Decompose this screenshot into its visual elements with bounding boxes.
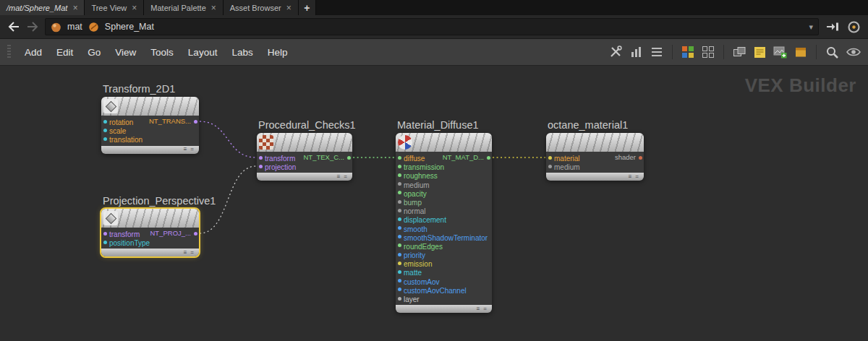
node-body[interactable]: diffuseNT_MAT_D...transmissionroughnessm… [396, 133, 492, 313]
node-body[interactable]: rotationNT_TRANS...scaletranslation ≡ = [101, 97, 199, 154]
tab-material-palette[interactable]: Material Palette × [144, 0, 223, 15]
list-details-icon[interactable] [650, 47, 663, 57]
input-connector[interactable] [398, 209, 401, 212]
node-body[interactable]: transformNT_TEX_C...projection ≡ = [257, 133, 352, 181]
forward-button[interactable] [26, 22, 39, 32]
back-button[interactable] [7, 22, 20, 32]
node-header[interactable] [101, 209, 199, 228]
input-connector[interactable] [398, 288, 401, 291]
node-Projection_Perspective1[interactable]: Projection_Perspective1 transformNT_PROJ… [101, 209, 199, 256]
close-icon[interactable]: × [132, 4, 137, 12]
node-footer[interactable]: ≡ = [101, 249, 199, 256]
breadcrumb-mat[interactable]: mat [66, 22, 84, 32]
node-flag-icon[interactable]: ≡ [184, 147, 187, 152]
input-connector[interactable] [398, 156, 401, 160]
menu-go[interactable]: Go [80, 43, 108, 61]
menu-help[interactable]: Help [260, 43, 295, 61]
node-flag-icon[interactable]: ≡ [477, 306, 480, 312]
node-flag-icon[interactable]: = [344, 174, 347, 180]
menu-add[interactable]: Add [17, 43, 49, 61]
menu-view[interactable]: View [108, 43, 143, 61]
input-connector[interactable] [398, 182, 401, 186]
visibility-eye-icon[interactable] [846, 47, 861, 57]
menu-layout[interactable]: Layout [181, 43, 225, 61]
node-body[interactable]: transformNT_PROJ_...positionType ≡ = [101, 209, 199, 256]
node-header[interactable] [396, 133, 492, 152]
radial-menu-icon[interactable] [847, 20, 861, 34]
node-flag-icon[interactable]: = [635, 174, 639, 180]
input-connector[interactable] [398, 191, 401, 194]
breadcrumb-sphere-mat[interactable]: Sphere_Mat [103, 22, 156, 32]
node-flag-icon[interactable]: ≡ [184, 250, 187, 256]
tools-icon[interactable] [609, 46, 623, 59]
input-connector[interactable] [103, 129, 107, 132]
snapshot-add-icon[interactable] [773, 46, 787, 59]
input-connector[interactable] [103, 137, 107, 141]
node-body[interactable]: materialshadermedium ≡ = [546, 133, 644, 181]
close-icon[interactable]: × [211, 4, 216, 12]
input-connector[interactable] [259, 156, 263, 160]
input-connector[interactable] [103, 232, 107, 236]
output-connector[interactable] [347, 156, 351, 160]
input-connector[interactable] [548, 156, 552, 160]
color-palette-grid-icon[interactable] [681, 46, 694, 59]
menu-edit[interactable]: Edit [49, 43, 80, 61]
node-header[interactable] [546, 133, 644, 152]
wire[interactable] [200, 121, 256, 157]
output-connector[interactable] [639, 156, 642, 160]
input-connector[interactable] [398, 200, 401, 204]
input-connector[interactable] [398, 217, 401, 221]
tab-asset-browser[interactable]: Asset Browser × [224, 0, 299, 15]
input-connector[interactable] [103, 241, 107, 244]
input-connector[interactable] [398, 243, 401, 247]
pin-panel-icon[interactable] [826, 22, 840, 32]
input-connector[interactable] [398, 226, 401, 230]
search-icon[interactable] [825, 46, 839, 59]
menu-tools[interactable]: Tools [143, 43, 181, 61]
tab-mat-sphere-mat[interactable]: /mat/Sphere_Mat × [0, 0, 85, 15]
node-footer[interactable]: ≡ = [396, 305, 492, 313]
node-footer[interactable]: ≡ = [546, 173, 644, 181]
node-Procedural_Checks1[interactable]: Procedural_Checks1 transformNT_TEX_C...p… [257, 133, 352, 181]
output-connector[interactable] [194, 120, 197, 124]
close-icon[interactable]: × [72, 4, 77, 12]
close-icon[interactable]: × [286, 4, 292, 12]
node-octane_material1[interactable]: octane_material1 materialshadermedium ≡ … [546, 133, 644, 181]
desktop-panes-icon[interactable] [733, 46, 746, 58]
input-connector[interactable] [398, 253, 401, 256]
new-tab-button[interactable]: + [299, 0, 316, 15]
node-flag-icon[interactable]: = [190, 250, 194, 256]
node-flag-icon[interactable]: = [483, 306, 487, 312]
performance-chart-icon[interactable] [630, 46, 643, 58]
layout-grid-icon[interactable] [702, 46, 715, 59]
node-header[interactable] [257, 133, 352, 152]
network-path-field[interactable]: mat Sphere_Mat ▾ [45, 18, 819, 35]
path-dropdown-icon[interactable]: ▾ [809, 22, 813, 32]
output-connector[interactable] [194, 232, 197, 236]
input-connector[interactable] [398, 262, 401, 265]
input-connector[interactable] [398, 297, 401, 301]
node-flag-icon[interactable]: ≡ [629, 174, 632, 180]
tab-tree-view[interactable]: Tree View × [85, 0, 144, 15]
node-header[interactable] [101, 97, 199, 116]
input-connector[interactable] [398, 173, 401, 177]
output-connector[interactable] [487, 156, 490, 160]
input-connector[interactable] [398, 165, 401, 168]
node-Transform_2D1[interactable]: Transform_2D1 rotationNT_TRANS...scaletr… [101, 97, 199, 154]
menu-labs[interactable]: Labs [224, 43, 260, 61]
network-editor-canvas[interactable]: VEX Builder Transform_2D1 rotationNT_TRA… [0, 66, 868, 341]
input-connector[interactable] [259, 165, 263, 168]
node-flag-icon[interactable]: ≡ [337, 174, 341, 180]
input-connector[interactable] [103, 120, 107, 124]
node-footer[interactable]: ≡ = [257, 173, 352, 181]
input-connector[interactable] [398, 279, 401, 282]
toolbar-grip[interactable] [7, 45, 11, 59]
gallery-box-icon[interactable] [794, 46, 807, 58]
input-connector[interactable] [548, 165, 552, 168]
node-Material_Diffuse1[interactable]: Material_Diffuse1 diffuseNT_MAT_D...tran… [396, 133, 492, 313]
node-flag-icon[interactable]: = [190, 147, 194, 152]
input-connector[interactable] [398, 235, 401, 238]
sticky-note-icon[interactable] [754, 46, 766, 59]
input-connector[interactable] [398, 270, 401, 274]
node-footer[interactable]: ≡ = [101, 146, 199, 154]
